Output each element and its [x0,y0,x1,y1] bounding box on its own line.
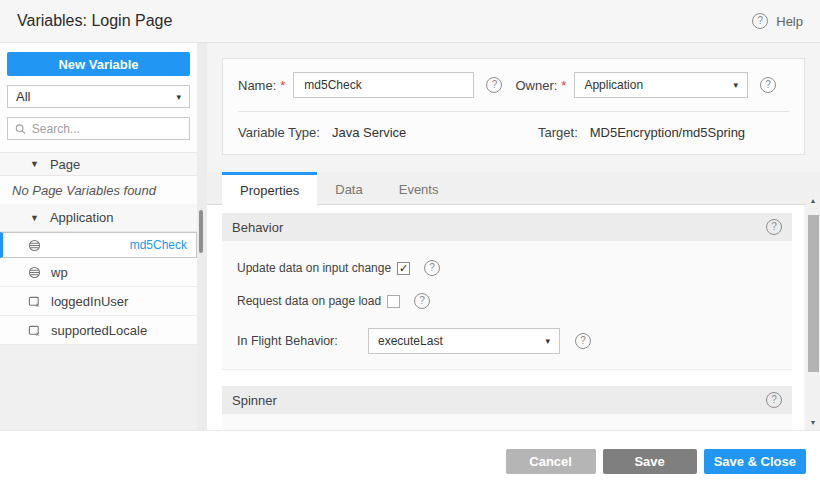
owner-help-icon[interactable]: ? [760,77,776,93]
save-button[interactable]: Save [603,449,697,474]
in-flight-value: executeLast [378,334,443,348]
sidebar-item-supportedlocale[interactable]: x supportedLocale [0,316,197,345]
action-bar: Cancel Save Save & Close [0,430,820,488]
variable-type-value: Java Service [332,125,406,140]
variable-icon: x [28,295,41,308]
sidebar-item-label: wp [51,265,68,280]
request-data-help-icon[interactable]: ? [414,293,430,309]
in-flight-row: In Flight Behavior: executeLast ▾ ? [237,328,792,354]
sidebar-section-application[interactable]: ▼ Application [0,204,197,232]
search-input[interactable] [32,122,182,136]
sidebar-item-label: loggedInUser [51,294,128,309]
variable-summary-panel: Name: * ? Owner: * Application ▾ ? Varia… [222,58,805,155]
dropdown-arrow-icon: ▾ [545,336,550,346]
name-label: Name: [238,78,276,93]
new-variable-button[interactable]: New Variable [7,52,190,76]
update-data-help-icon[interactable]: ? [424,260,440,276]
title-bar: Variables: Login Page ? Help [0,0,820,43]
help-label: Help [776,14,803,29]
variable-icon: x [28,324,41,337]
section-application-label: Application [50,210,114,225]
editor-tabbar: Properties Data Events [207,172,820,205]
help-link[interactable]: ? Help [752,13,803,29]
in-flight-select[interactable]: executeLast ▾ [368,328,560,354]
svg-text:x: x [35,301,39,308]
update-data-row: Update data on input change ✓ ? [237,260,792,276]
tab-data[interactable]: Data [317,172,380,204]
content-scrollbar[interactable]: ▲ ▼ [806,193,820,430]
target-value: MD5Encryption/md5Spring [590,125,745,140]
sidebar-scrollbar[interactable] [197,43,207,430]
sidebar-item-label: md5Check [130,238,187,252]
service-icon [28,266,41,279]
spinner-section: Spinner ? Spinner Context: ⌄ ? [222,386,792,430]
owner-label: Owner: [515,78,557,93]
tab-events[interactable]: Events [381,172,457,204]
collapse-triangle-icon: ▼ [30,159,39,169]
service-icon [28,239,41,252]
scroll-down-icon[interactable]: ▼ [810,415,817,430]
owner-select[interactable]: Application ▾ [574,72,748,98]
spinner-help-icon[interactable]: ? [766,392,782,408]
variable-type-label: Variable Type: [238,125,320,140]
name-help-icon[interactable]: ? [486,77,502,93]
in-flight-help-icon[interactable]: ? [575,333,591,349]
variable-filter-select[interactable]: All ▾ [7,85,190,108]
dropdown-arrow-icon: ▾ [176,92,181,102]
sidebar-scrollbar-thumb[interactable] [199,210,203,253]
behavior-section-title: Behavior [232,220,283,235]
in-flight-label: In Flight Behavior: [237,334,368,348]
variable-search[interactable] [7,117,190,140]
content-scrollbar-thumb[interactable] [808,215,819,372]
sidebar-item-md5check[interactable]: md5Check [0,232,197,258]
help-icon: ? [752,13,768,29]
tab-properties[interactable]: Properties [222,172,317,205]
owner-value: Application [584,78,643,92]
request-data-row: Request data on page load ? [237,293,792,309]
update-data-checkbox[interactable]: ✓ [397,262,410,275]
no-page-variables-message: No Page Variables found [0,176,197,204]
sidebar-item-label: supportedLocale [51,323,147,338]
cancel-button[interactable]: Cancel [506,449,596,474]
sidebar-item-loggedinuser[interactable]: x loggedInUser [0,287,197,316]
behavior-help-icon[interactable]: ? [766,219,782,235]
variable-editor-pane: Name: * ? Owner: * Application ▾ ? Varia… [207,43,820,430]
dropdown-arrow-icon: ▾ [733,80,738,90]
sidebar-section-page[interactable]: ▼ Page [0,152,197,176]
page-title: Variables: Login Page [17,12,172,30]
save-and-close-button[interactable]: Save & Close [704,449,806,474]
svg-text:x: x [35,330,39,337]
sidebar-item-wp[interactable]: wp [0,258,197,287]
required-marker: * [280,78,285,93]
variable-filter-value: All [16,89,30,104]
request-data-label: Request data on page load [237,294,381,308]
request-data-checkbox[interactable] [387,295,400,308]
name-input[interactable] [293,72,474,98]
spinner-section-title: Spinner [232,393,277,408]
update-data-label: Update data on input change [237,261,391,275]
required-marker: * [561,78,566,93]
sidebar-controls: New Variable All ▾ [0,43,197,152]
properties-tab-content: Behavior ? Update data on input change ✓… [207,205,804,430]
behavior-section: Behavior ? Update data on input change ✓… [222,213,792,370]
search-icon [15,123,26,135]
variables-sidebar: New Variable All ▾ ▼ Page No Page Variab… [0,43,197,430]
section-page-label: Page [50,157,80,172]
scroll-up-icon[interactable]: ▲ [810,193,817,208]
collapse-triangle-icon: ▼ [30,213,39,223]
target-label: Target: [538,125,578,140]
